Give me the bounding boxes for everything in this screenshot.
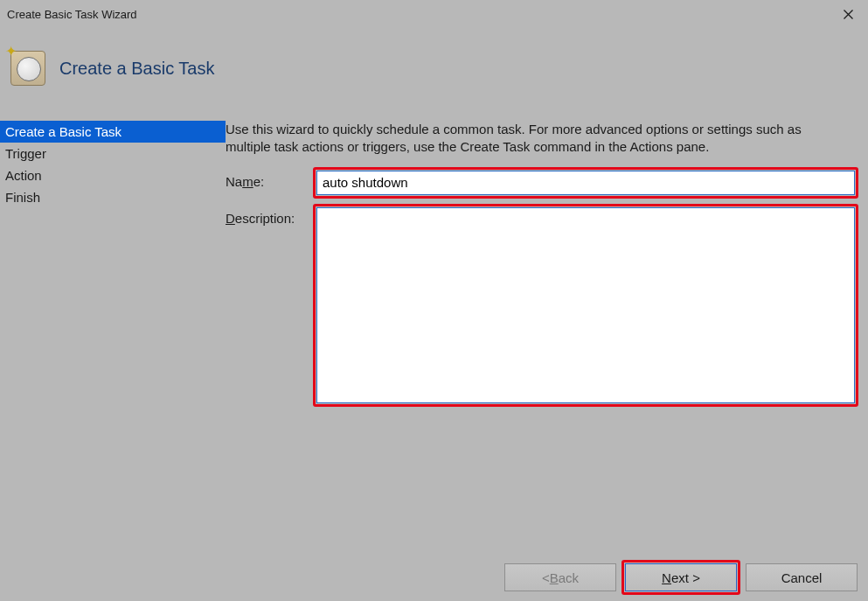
- instruction-text: Use this wizard to quickly schedule a co…: [226, 121, 855, 165]
- close-button[interactable]: [828, 0, 868, 28]
- back-button: < Back: [504, 563, 616, 591]
- name-label: Name:: [226, 171, 316, 189]
- page-title: Create a Basic Task: [59, 59, 215, 79]
- close-icon: [844, 10, 853, 19]
- sidebar-item-action[interactable]: Action: [0, 164, 226, 186]
- description-label: Description:: [226, 207, 316, 226]
- wizard-clock-icon: ✦: [9, 49, 47, 87]
- name-input[interactable]: [316, 171, 855, 195]
- sidebar-item-finish[interactable]: Finish: [0, 186, 226, 208]
- description-input[interactable]: [316, 207, 855, 403]
- button-bar: < Back Next > Cancel: [0, 554, 868, 601]
- next-button[interactable]: Next >: [625, 563, 737, 591]
- cancel-button[interactable]: Cancel: [746, 563, 858, 591]
- window-title: Create Basic Task Wizard: [7, 8, 137, 21]
- titlebar: Create Basic Task Wizard: [0, 0, 868, 28]
- wizard-steps-sidebar: Create a Basic Task Trigger Action Finis…: [0, 108, 226, 554]
- wizard-header: ✦ Create a Basic Task: [0, 28, 868, 108]
- main-panel: Use this wizard to quickly schedule a co…: [226, 108, 868, 554]
- sidebar-item-create-basic-task[interactable]: Create a Basic Task: [0, 121, 226, 143]
- sidebar-item-trigger[interactable]: Trigger: [0, 143, 226, 164]
